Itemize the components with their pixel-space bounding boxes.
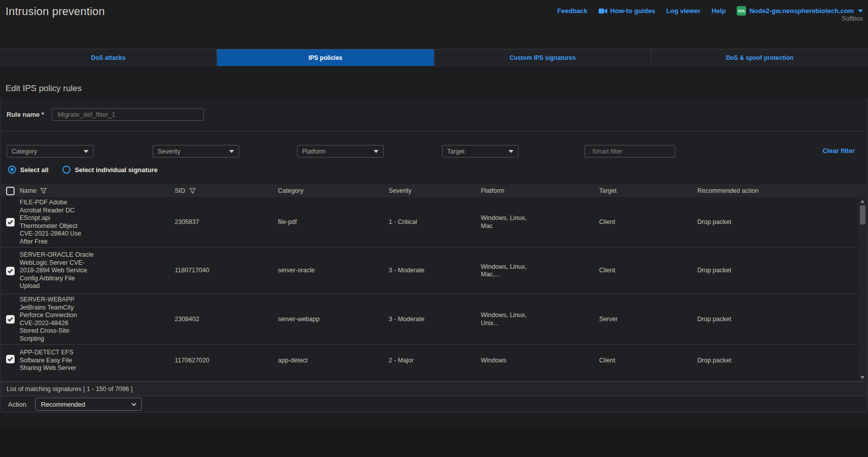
chevron-down-icon (374, 150, 379, 153)
action-select-value: Recommended (41, 401, 85, 408)
log-viewer-link[interactable]: Log viewer (666, 7, 700, 15)
funnel-icon[interactable] (189, 188, 196, 194)
scrollbar-thumb[interactable] (860, 205, 865, 224)
device-name: Node2-gw.neospherebiotech.com (749, 7, 854, 15)
row-checkbox[interactable] (6, 355, 15, 363)
help-link[interactable]: Help (711, 7, 726, 15)
tab-dos-attacks[interactable]: DoS attacks (0, 49, 217, 66)
help-label: Help (711, 7, 726, 15)
log-viewer-label: Log viewer (666, 7, 700, 15)
column-header-category: Category (278, 187, 304, 194)
funnel-icon[interactable] (40, 188, 47, 194)
cell-platform: Windows, Linux, Unix... (481, 312, 599, 327)
bottom-strip (0, 427, 868, 457)
severity-dropdown-label: Severity (158, 148, 180, 155)
select-all-label: Select all (20, 166, 48, 174)
scroll-down-icon[interactable] (860, 376, 864, 379)
caret-down-icon (858, 10, 863, 13)
chevron-down-icon (229, 150, 234, 153)
action-select[interactable]: Recommended (35, 398, 142, 411)
cell-platform: Windows (481, 357, 599, 365)
rule-name-label: Rule name * (7, 111, 44, 118)
select-individual-option[interactable]: Select individual signature (62, 166, 158, 174)
howto-guides-label: How-to guides (610, 7, 656, 15)
table-row[interactable]: SERVER-ORACLE Oracle WebLogic Server CVE… (1, 248, 858, 294)
column-header-name: Name (20, 187, 36, 194)
platform-dropdown-label: Platform (302, 148, 326, 155)
cell-target: Server (599, 316, 697, 324)
column-header-severity: Severity (389, 187, 411, 194)
cell-category: server-webapp (278, 316, 389, 324)
table-row[interactable]: FILE-PDF Adobe Acrobat Reader DC EScript… (1, 197, 858, 248)
table-scrollbar[interactable] (858, 197, 867, 382)
cell-category: server-oracle (278, 267, 389, 275)
radio-unselected-icon (62, 166, 70, 174)
select-all-option[interactable]: Select all (8, 166, 48, 174)
radio-selected-icon (8, 166, 16, 174)
tab-label: IPS policies (309, 54, 342, 61)
cell-category: app-detect (278, 357, 389, 365)
tab-label: Custom IPS signatures (510, 54, 575, 61)
cell-severity: 2 - Major (389, 357, 481, 365)
action-label: Action (8, 401, 26, 408)
table-header: Name SID Category Severity Platform Targ… (1, 184, 867, 197)
tab-label: DoS & spoof protection (726, 54, 793, 61)
cell-sid: 1170627020 (175, 357, 278, 365)
cell-sid: 2308402 (175, 316, 278, 324)
category-dropdown[interactable]: Category (7, 145, 94, 158)
column-header-recommended-action: Recommended action (697, 187, 759, 194)
filter-row: Category Severity Platform Target Clear … (1, 145, 867, 158)
selection-mode-row: Select all Select individual signature (8, 165, 158, 175)
cell-target: Client (599, 357, 697, 365)
top-nav: Feedback How-to guides Log viewer Help H… (557, 6, 863, 16)
device-menu[interactable]: HA Node2-gw.neospherebiotech.com (737, 6, 863, 16)
action-row: Action Recommended (1, 396, 867, 412)
howto-guides-link[interactable]: How-to guides (599, 7, 656, 15)
row-checkbox[interactable] (6, 267, 15, 275)
feedback-link[interactable]: Feedback (557, 7, 588, 15)
clear-filter-link[interactable]: Clear filter (823, 147, 855, 155)
chevron-down-icon (509, 150, 514, 153)
smart-filter-input[interactable] (592, 148, 673, 155)
select-all-checkbox[interactable] (6, 187, 15, 195)
cell-severity: 3 - Moderate (389, 316, 481, 324)
smart-filter-box (585, 145, 675, 158)
chevron-down-icon (84, 150, 89, 153)
tab-ips-policies[interactable]: IPS policies (217, 49, 434, 66)
table-row[interactable]: SERVER-WEBAPP JetBrains TeamCity Perforc… (1, 294, 858, 345)
table-row[interactable]: APP-DETECT EFS Software Easy File Sharin… (1, 345, 858, 382)
row-checkbox[interactable] (6, 218, 15, 226)
cell-platform: Windows, Linux, Mac (481, 214, 599, 230)
cell-severity: 1 - Critical (389, 218, 481, 226)
cell-target: Client (599, 267, 697, 275)
cell-name: SERVER-WEBAPP JetBrains TeamCity Perforc… (20, 296, 175, 343)
cell-platform: Windows, Linux, Mac,... (481, 263, 599, 279)
cell-recommended-action: Drop packet (697, 316, 858, 324)
tab-label: DoS attacks (91, 54, 126, 61)
feedback-label: Feedback (557, 7, 588, 15)
cell-recommended-action: Drop packet (697, 267, 858, 275)
scroll-up-icon[interactable] (860, 200, 864, 203)
tab-bar: DoS attacks IPS policies Custom IPS sign… (0, 49, 868, 66)
platform-dropdown[interactable]: Platform (297, 145, 384, 158)
column-header-target: Target (599, 187, 617, 194)
target-dropdown[interactable]: Target (442, 145, 519, 158)
rule-name-input[interactable] (52, 108, 204, 121)
chevron-down-icon (131, 402, 136, 407)
row-checkbox[interactable] (6, 315, 15, 324)
rule-name-row: Rule name * (7, 108, 204, 121)
tab-custom-ips-signatures[interactable]: Custom IPS signatures (435, 49, 652, 66)
table-body: FILE-PDF Adobe Acrobat Reader DC EScript… (1, 197, 858, 382)
section-title: Edit IPS policy rules (6, 84, 82, 94)
severity-dropdown[interactable]: Severity (153, 145, 239, 158)
intrusion-prevention-page: Intrusion prevention Feedback How-to gui… (0, 0, 868, 457)
tab-dos-spoof-protection[interactable]: DoS & spoof protection (652, 49, 868, 66)
column-header-platform: Platform (481, 187, 504, 194)
ha-badge: HA (737, 6, 746, 16)
video-camera-icon (599, 8, 607, 14)
cell-name: FILE-PDF Adobe Acrobat Reader DC EScript… (20, 199, 175, 246)
edit-ips-policy-panel: Rule name * Category Severity Platform T… (1, 99, 867, 413)
category-dropdown-label: Category (12, 148, 37, 155)
divider (1, 131, 867, 131)
cell-category: file-pdf (278, 218, 389, 226)
